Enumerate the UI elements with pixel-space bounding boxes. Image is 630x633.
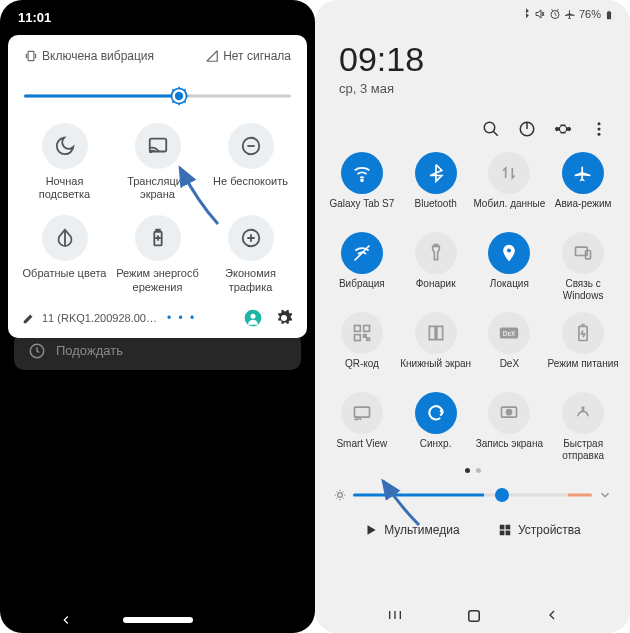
svg-rect-24 xyxy=(364,326,370,332)
edit-icon[interactable] xyxy=(22,311,36,325)
mute-status-icon xyxy=(534,8,546,20)
devices-button[interactable]: Устройства xyxy=(498,523,581,537)
gear-icon[interactable] xyxy=(554,120,572,138)
brightness-thumb[interactable] xyxy=(495,488,509,502)
search-icon[interactable] xyxy=(482,120,500,138)
nav-bar xyxy=(315,607,630,625)
media-button[interactable]: Мультимедиа xyxy=(364,523,459,537)
status-bar: 76% xyxy=(315,0,630,22)
svg-point-9 xyxy=(251,314,256,319)
location-icon xyxy=(499,243,519,263)
qs-qr[interactable]: QR-код xyxy=(325,312,399,382)
quick-share-icon xyxy=(573,403,593,423)
alarm-status-icon xyxy=(549,8,561,20)
bluetooth-icon xyxy=(426,163,446,183)
svg-point-16 xyxy=(598,122,601,125)
brightness-low-icon xyxy=(333,488,347,502)
devices-icon xyxy=(498,523,512,537)
book-icon xyxy=(426,323,446,343)
svg-text:DeX: DeX xyxy=(503,330,516,337)
qs-dnd[interactable]: Не беспокоить xyxy=(204,119,297,205)
svg-point-32 xyxy=(582,407,584,409)
smart-view-icon xyxy=(352,403,372,423)
media-icon xyxy=(364,523,378,537)
svg-point-19 xyxy=(361,179,363,181)
qs-location[interactable]: Локация xyxy=(473,232,547,302)
svg-point-20 xyxy=(507,248,511,252)
svg-rect-12 xyxy=(607,12,611,20)
more-icon[interactable] xyxy=(590,120,608,138)
back-icon[interactable] xyxy=(59,613,73,627)
gear-icon[interactable] xyxy=(275,309,293,327)
recents-icon[interactable] xyxy=(385,607,405,623)
qs-flashlight[interactable]: Фонарик xyxy=(399,232,473,302)
signal-status: Нет сигнала xyxy=(205,49,291,63)
data-saver-icon xyxy=(240,227,262,249)
svg-point-17 xyxy=(598,128,601,131)
qs-quick-share[interactable]: Быстрая отправка xyxy=(546,392,620,462)
qs-windows-link[interactable]: Связь с Windows xyxy=(546,232,620,302)
chevron-down-icon[interactable] xyxy=(598,488,612,502)
airplane-icon xyxy=(573,163,593,183)
home-pill[interactable] xyxy=(123,617,193,623)
date: ср, 3 мая xyxy=(339,81,606,96)
qs-night-light[interactable]: Ночная подсветка xyxy=(18,119,111,205)
qs-power-mode[interactable]: Режим питания xyxy=(546,312,620,382)
svg-point-18 xyxy=(598,133,601,136)
qs-cast[interactable]: Трансляция экрана xyxy=(111,119,204,205)
vibration-icon xyxy=(352,243,372,263)
sync-icon xyxy=(426,403,446,423)
header-controls xyxy=(315,102,630,152)
qs-airplane[interactable]: Авиа-режим xyxy=(546,152,620,222)
wifi-icon xyxy=(351,162,373,184)
back-icon[interactable] xyxy=(544,607,560,623)
qs-book[interactable]: Книжный экран xyxy=(399,312,473,382)
svg-rect-0 xyxy=(28,51,34,60)
brightness-slider[interactable] xyxy=(24,81,291,111)
qs-wifi[interactable]: Galaxy Tab S7 xyxy=(325,152,399,222)
vibration-status: Включена вибрация xyxy=(24,49,154,63)
stock-android-phone: 11:01 Включена вибрация Нет сигнала Ночн… xyxy=(0,0,315,633)
no-signal-icon xyxy=(205,49,219,63)
user-icon[interactable] xyxy=(243,308,263,328)
brightness-thumb-icon[interactable] xyxy=(169,86,189,106)
svg-rect-13 xyxy=(608,11,610,12)
battery-status-icon xyxy=(604,8,614,22)
svg-rect-36 xyxy=(500,531,505,536)
footer-buttons: Мультимедиа Устройства xyxy=(315,515,630,537)
qs-vibration[interactable]: Вибрация xyxy=(325,232,399,302)
qs-mobile-data[interactable]: Мобил. данные xyxy=(473,152,547,222)
qs-screen-record[interactable]: Запись экрана xyxy=(473,392,547,462)
android-build[interactable]: 11 (RKQ1.200928.00… xyxy=(42,312,157,324)
airplane-status-icon xyxy=(564,8,576,20)
dex-icon: DeX xyxy=(498,325,520,341)
qs-sync[interactable]: Синхр. xyxy=(399,392,473,462)
svg-point-14 xyxy=(484,122,495,133)
qs-invert-colors[interactable]: Обратные цвета xyxy=(18,211,111,297)
home-icon[interactable] xyxy=(465,607,483,625)
time: 09:18 xyxy=(339,40,606,79)
samsung-phone: 76% 09:18 ср, 3 мая Galaxy Tab S7 Blueto… xyxy=(315,0,630,633)
brightness-slider[interactable] xyxy=(337,483,608,507)
qs-bluetooth[interactable]: Bluetooth xyxy=(399,152,473,222)
qs-dex[interactable]: DeXDeX xyxy=(473,312,547,382)
qs-smart-view[interactable]: Smart View xyxy=(325,392,399,462)
svg-rect-25 xyxy=(354,335,360,341)
cast-icon xyxy=(147,135,169,157)
svg-rect-29 xyxy=(354,407,369,417)
qs-battery-saver[interactable]: Режим энергосб ережения xyxy=(111,211,204,297)
svg-rect-23 xyxy=(354,326,360,332)
page-indicator xyxy=(315,462,630,473)
page-dots: • • • xyxy=(167,311,196,325)
invert-colors-icon xyxy=(54,227,76,249)
svg-point-33 xyxy=(338,493,343,498)
quick-settings-panel: Включена вибрация Нет сигнала Ночная под… xyxy=(8,35,307,338)
power-mode-icon xyxy=(573,323,593,343)
qs-data-saver[interactable]: Экономия трафика xyxy=(204,211,297,297)
power-icon[interactable] xyxy=(518,120,536,138)
svg-point-4 xyxy=(149,151,151,153)
screen-record-icon xyxy=(499,403,519,423)
svg-point-2 xyxy=(176,93,183,100)
mobile-data-icon xyxy=(499,163,519,183)
clock-icon xyxy=(28,342,46,360)
